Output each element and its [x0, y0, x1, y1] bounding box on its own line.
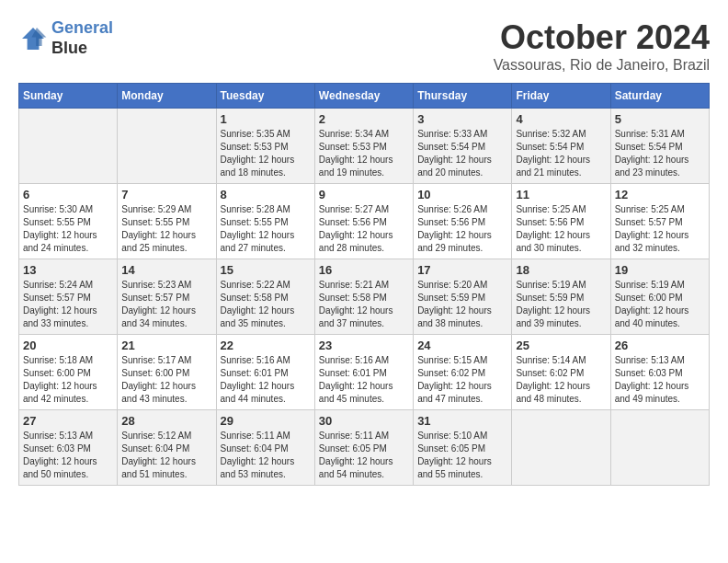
day-detail: Sunrise: 5:17 AMSunset: 6:00 PMDaylight:… [121, 354, 211, 406]
day-number: 26 [615, 339, 705, 352]
day-number: 23 [319, 339, 409, 352]
day-cell [118, 109, 216, 184]
header-day-friday: Friday [512, 84, 610, 109]
day-number: 10 [417, 188, 507, 201]
day-detail: Sunrise: 5:19 AMSunset: 6:00 PMDaylight:… [615, 279, 705, 330]
day-cell: 29 Sunrise: 5:11 AMSunset: 6:04 PMDaylig… [216, 410, 314, 486]
day-number: 15 [221, 263, 311, 277]
day-cell: 23 Sunrise: 5:16 AMSunset: 6:01 PMDaylig… [314, 335, 413, 410]
day-number: 19 [615, 263, 705, 277]
day-detail: Sunrise: 5:25 AMSunset: 5:56 PMDaylight:… [516, 203, 606, 255]
day-cell: 30 Sunrise: 5:11 AMSunset: 6:05 PMDaylig… [314, 410, 413, 486]
day-detail: Sunrise: 5:23 AMSunset: 5:57 PMDaylight:… [121, 279, 211, 330]
day-cell: 3 Sunrise: 5:33 AMSunset: 5:54 PMDayligh… [414, 109, 512, 184]
day-cell: 21 Sunrise: 5:17 AMSunset: 6:00 PMDaylig… [118, 335, 216, 410]
day-detail: Sunrise: 5:31 AMSunset: 5:54 PMDaylight:… [615, 128, 705, 179]
day-cell: 11 Sunrise: 5:25 AMSunset: 5:56 PMDaylig… [512, 184, 610, 259]
day-number: 17 [417, 263, 507, 277]
week-row-2: 6 Sunrise: 5:30 AMSunset: 5:55 PMDayligh… [19, 184, 710, 259]
day-number: 2 [319, 112, 409, 126]
day-cell: 28 Sunrise: 5:12 AMSunset: 6:04 PMDaylig… [118, 410, 216, 486]
day-detail: Sunrise: 5:15 AMSunset: 6:02 PMDaylight:… [417, 354, 507, 406]
day-detail: Sunrise: 5:25 AMSunset: 5:57 PMDaylight:… [615, 203, 705, 255]
day-cell: 6 Sunrise: 5:30 AMSunset: 5:55 PMDayligh… [19, 184, 118, 259]
day-cell: 24 Sunrise: 5:15 AMSunset: 6:02 PMDaylig… [414, 335, 512, 410]
day-cell [610, 410, 709, 486]
day-detail: Sunrise: 5:32 AMSunset: 5:54 PMDaylight:… [516, 128, 606, 179]
day-cell: 1 Sunrise: 5:35 AMSunset: 5:53 PMDayligh… [216, 109, 314, 184]
day-number: 8 [221, 188, 311, 201]
day-cell: 27 Sunrise: 5:13 AMSunset: 6:03 PMDaylig… [19, 410, 118, 486]
calendar-table: SundayMondayTuesdayWednesdayThursdayFrid… [18, 83, 710, 486]
day-cell: 31 Sunrise: 5:10 AMSunset: 6:05 PMDaylig… [414, 410, 512, 486]
day-cell: 22 Sunrise: 5:16 AMSunset: 6:01 PMDaylig… [216, 335, 314, 410]
day-cell: 20 Sunrise: 5:18 AMSunset: 6:00 PMDaylig… [19, 335, 118, 410]
day-detail: Sunrise: 5:26 AMSunset: 5:56 PMDaylight:… [417, 203, 507, 255]
day-detail: Sunrise: 5:27 AMSunset: 5:56 PMDaylight:… [319, 203, 409, 255]
day-detail: Sunrise: 5:13 AMSunset: 6:03 PMDaylight:… [615, 354, 705, 406]
day-number: 12 [615, 188, 705, 201]
day-cell: 13 Sunrise: 5:24 AMSunset: 5:57 PMDaylig… [19, 259, 118, 335]
day-cell: 4 Sunrise: 5:32 AMSunset: 5:54 PMDayligh… [512, 109, 610, 184]
month-title: October 2024 [494, 18, 710, 57]
logo-line2: Blue [51, 39, 113, 59]
day-detail: Sunrise: 5:10 AMSunset: 6:05 PMDaylight:… [417, 430, 507, 481]
day-number: 21 [121, 339, 211, 352]
day-number: 14 [121, 263, 211, 277]
day-detail: Sunrise: 5:21 AMSunset: 5:58 PMDaylight:… [319, 279, 409, 330]
day-cell: 2 Sunrise: 5:34 AMSunset: 5:53 PMDayligh… [314, 109, 413, 184]
location: Vassouras, Rio de Janeiro, Brazil [494, 57, 710, 74]
day-detail: Sunrise: 5:16 AMSunset: 6:01 PMDaylight:… [221, 354, 311, 406]
week-row-5: 27 Sunrise: 5:13 AMSunset: 6:03 PMDaylig… [19, 410, 710, 486]
day-number: 3 [417, 112, 507, 126]
logo: General Blue [18, 18, 113, 58]
header-day-saturday: Saturday [610, 84, 709, 109]
logo-line1: General [51, 18, 113, 37]
day-number: 29 [221, 414, 311, 428]
day-number: 24 [417, 339, 507, 352]
day-cell: 10 Sunrise: 5:26 AMSunset: 5:56 PMDaylig… [414, 184, 512, 259]
day-cell [19, 109, 118, 184]
logo-icon [18, 24, 48, 53]
day-detail: Sunrise: 5:29 AMSunset: 5:55 PMDaylight:… [121, 203, 211, 255]
logo-text: General Blue [51, 18, 113, 58]
day-cell: 26 Sunrise: 5:13 AMSunset: 6:03 PMDaylig… [610, 335, 709, 410]
day-cell: 12 Sunrise: 5:25 AMSunset: 5:57 PMDaylig… [610, 184, 709, 259]
day-number: 31 [417, 414, 507, 428]
day-detail: Sunrise: 5:16 AMSunset: 6:01 PMDaylight:… [319, 354, 409, 406]
day-cell: 17 Sunrise: 5:20 AMSunset: 5:59 PMDaylig… [414, 259, 512, 335]
page-header: General Blue October 2024 Vassouras, Rio… [18, 18, 710, 74]
week-row-3: 13 Sunrise: 5:24 AMSunset: 5:57 PMDaylig… [19, 259, 710, 335]
day-number: 30 [319, 414, 409, 428]
day-cell: 5 Sunrise: 5:31 AMSunset: 5:54 PMDayligh… [610, 109, 709, 184]
week-row-4: 20 Sunrise: 5:18 AMSunset: 6:00 PMDaylig… [19, 335, 710, 410]
day-number: 27 [23, 414, 113, 428]
day-detail: Sunrise: 5:30 AMSunset: 5:55 PMDaylight:… [23, 203, 113, 255]
day-cell: 18 Sunrise: 5:19 AMSunset: 5:59 PMDaylig… [512, 259, 610, 335]
day-cell: 14 Sunrise: 5:23 AMSunset: 5:57 PMDaylig… [118, 259, 216, 335]
day-detail: Sunrise: 5:11 AMSunset: 6:04 PMDaylight:… [221, 430, 311, 481]
day-detail: Sunrise: 5:20 AMSunset: 5:59 PMDaylight:… [417, 279, 507, 330]
day-number: 9 [319, 188, 409, 201]
day-cell: 19 Sunrise: 5:19 AMSunset: 6:00 PMDaylig… [610, 259, 709, 335]
header-day-wednesday: Wednesday [314, 84, 413, 109]
day-number: 13 [23, 263, 113, 277]
day-detail: Sunrise: 5:13 AMSunset: 6:03 PMDaylight:… [23, 430, 113, 481]
day-detail: Sunrise: 5:12 AMSunset: 6:04 PMDaylight:… [121, 430, 211, 481]
day-number: 28 [121, 414, 211, 428]
day-cell: 16 Sunrise: 5:21 AMSunset: 5:58 PMDaylig… [314, 259, 413, 335]
day-cell: 8 Sunrise: 5:28 AMSunset: 5:55 PMDayligh… [216, 184, 314, 259]
day-detail: Sunrise: 5:19 AMSunset: 5:59 PMDaylight:… [516, 279, 606, 330]
day-number: 18 [516, 263, 606, 277]
day-number: 4 [516, 112, 606, 126]
day-number: 7 [121, 188, 211, 201]
header-row: SundayMondayTuesdayWednesdayThursdayFrid… [19, 84, 710, 109]
header-day-sunday: Sunday [19, 84, 118, 109]
day-cell: 25 Sunrise: 5:14 AMSunset: 6:02 PMDaylig… [512, 335, 610, 410]
header-day-monday: Monday [118, 84, 216, 109]
day-detail: Sunrise: 5:14 AMSunset: 6:02 PMDaylight:… [516, 354, 606, 406]
day-detail: Sunrise: 5:33 AMSunset: 5:54 PMDaylight:… [417, 128, 507, 179]
day-number: 20 [23, 339, 113, 352]
day-detail: Sunrise: 5:24 AMSunset: 5:57 PMDaylight:… [23, 279, 113, 330]
day-cell: 15 Sunrise: 5:22 AMSunset: 5:58 PMDaylig… [216, 259, 314, 335]
